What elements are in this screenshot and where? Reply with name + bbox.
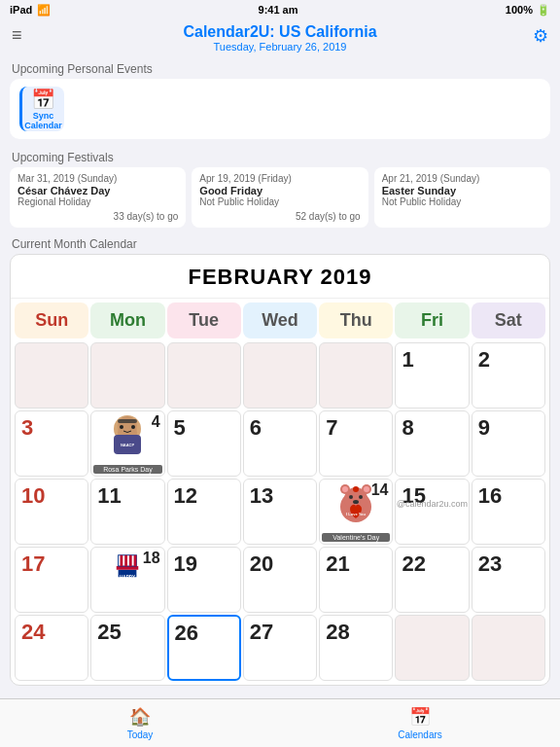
day-num-1: 1 xyxy=(396,343,468,373)
cal-cell-25[interactable]: 25 xyxy=(90,615,164,681)
day-header-wed: Wed xyxy=(243,302,317,338)
rosa-parks-image: NAACP xyxy=(102,411,153,462)
svg-point-13 xyxy=(364,486,369,492)
day-num-4: 4 xyxy=(152,413,160,431)
festival-type-0: Regional Holiday xyxy=(18,196,178,207)
svg-text:NAACP: NAACP xyxy=(121,443,135,447)
cal-cell-5[interactable]: 5 xyxy=(167,410,241,477)
cal-cell-27[interactable]: 27 xyxy=(243,615,317,681)
day-num-11: 11 xyxy=(91,480,163,509)
day-header-sat: Sat xyxy=(472,302,545,338)
svg-rect-20 xyxy=(117,566,139,570)
cal-cell-17[interactable]: 17 xyxy=(15,547,88,613)
svg-point-12 xyxy=(342,486,348,492)
cal-cell-1[interactable]: 1 xyxy=(395,342,469,409)
festival-date-2: Apr 21, 2019 (Sunday) xyxy=(382,173,542,184)
day-num-25: 25 xyxy=(91,616,163,645)
festival-days-0: 33 day(s) to go xyxy=(18,211,178,222)
cal-cell-13[interactable]: 13 xyxy=(243,479,317,545)
cal-cell-empty-3 xyxy=(167,342,241,409)
day-header-mon: Mon xyxy=(90,302,164,338)
day-num-9: 9 xyxy=(472,411,544,441)
festival-card-0[interactable]: Mar 31, 2019 (Sunday) César Chávez Day R… xyxy=(10,167,186,228)
day-num-21: 21 xyxy=(320,548,392,577)
day-num-28: 28 xyxy=(320,616,392,645)
calendar-grid: 1 2 3 NAACP Rosa Parks Day 4 xyxy=(11,340,549,685)
cal-cell-6[interactable]: 6 xyxy=(243,410,317,477)
cal-cell-10[interactable]: 10 xyxy=(15,479,88,545)
cal-cell-11[interactable]: 11 xyxy=(90,479,164,545)
day-num-18: 18 xyxy=(143,550,160,567)
cal-cell-8[interactable]: 8 xyxy=(395,410,469,477)
svg-rect-3 xyxy=(118,419,137,423)
day-num-22: 22 xyxy=(396,548,468,577)
day-num-3: 3 xyxy=(16,411,88,441)
cal-cell-20[interactable]: 20 xyxy=(243,547,317,613)
cal-cell-empty-6 xyxy=(395,615,469,681)
cal-cell-12[interactable]: 12 xyxy=(167,479,241,545)
day-num-24: 24 xyxy=(16,616,88,645)
day-num-8: 8 xyxy=(396,411,468,441)
header-title: Calendar2U: US California xyxy=(39,23,521,41)
tab-calendars[interactable]: 📅 Calendars xyxy=(280,699,560,747)
wifi-icon: 📶 xyxy=(37,4,51,17)
cal-cell-18[interactable]: HAPPY 18 xyxy=(90,547,164,613)
home-icon: 🏠 xyxy=(129,706,151,728)
day-num-14: 14 xyxy=(371,481,389,499)
gear-icon[interactable]: ⚙ xyxy=(533,25,548,47)
tab-today[interactable]: 🏠 Today xyxy=(0,699,280,747)
sync-label-line1: Sync xyxy=(33,111,54,121)
cal-cell-3[interactable]: 3 xyxy=(15,410,88,477)
menu-icon[interactable]: ≡ xyxy=(12,25,22,46)
cal-cell-14[interactable]: I Love You Valentine's Day 14 xyxy=(319,479,393,545)
device-label: iPad xyxy=(10,4,32,16)
cal-cell-15[interactable]: 15 xyxy=(395,479,469,545)
cal-cell-empty-5 xyxy=(319,342,393,409)
day-num-2: 2 xyxy=(472,343,544,373)
svg-point-5 xyxy=(131,425,135,429)
cal-cell-4[interactable]: NAACP Rosa Parks Day 4 xyxy=(90,410,164,477)
cal-cell-19[interactable]: 19 xyxy=(167,547,241,613)
svg-rect-22 xyxy=(121,555,123,566)
rosa-parks-label: Rosa Parks Day xyxy=(93,465,161,474)
cal-cell-9[interactable]: 9 xyxy=(472,410,545,477)
svg-rect-25 xyxy=(134,555,137,566)
day-num-6: 6 xyxy=(244,411,316,441)
status-bar: iPad 📶 9:41 am 100% 🔋 xyxy=(0,0,560,19)
status-left: iPad 📶 xyxy=(10,4,51,17)
festival-card-1[interactable]: Apr 19, 2019 (Friday) Good Friday Not Pu… xyxy=(192,167,368,228)
cal-cell-empty-2 xyxy=(90,342,164,409)
cal-cell-28[interactable]: 28 xyxy=(319,615,393,681)
sync-calendar-button[interactable]: 📅 Sync Calendar xyxy=(19,87,64,131)
cal-cell-empty-7 xyxy=(472,615,545,681)
festival-card-2[interactable]: Apr 21, 2019 (Sunday) Easter Sunday Not … xyxy=(374,167,550,228)
tab-bar: 🏠 Today 📅 Calendars xyxy=(0,698,560,747)
cal-cell-empty-1 xyxy=(15,342,88,409)
day-header-tue: Tue xyxy=(167,302,241,338)
cal-cell-7[interactable]: 7 xyxy=(319,410,393,477)
day-num-5: 5 xyxy=(168,411,240,441)
cal-cell-2[interactable]: 2 xyxy=(472,342,545,409)
cal-cell-23[interactable]: 23 xyxy=(472,547,545,613)
calendars-icon: 📅 xyxy=(409,706,431,728)
cal-cell-24[interactable]: 24 xyxy=(15,615,88,681)
festival-name-2: Easter Sunday xyxy=(382,185,542,196)
month-header: FEBRUARY 2019 xyxy=(11,255,549,299)
day-header-fri: Fri xyxy=(395,302,469,338)
calendar-icon: 📅 xyxy=(31,88,55,111)
calendar-section-label: Current Month Calendar xyxy=(0,233,560,254)
status-right: 100% 🔋 xyxy=(506,4,550,17)
festival-name-1: Good Friday xyxy=(199,185,360,196)
app-header: ≡ Calendar2U: US California Tuesday, Feb… xyxy=(0,19,560,56)
day-header-sun: Sun xyxy=(15,302,88,338)
day-num-17: 17 xyxy=(16,548,88,577)
cal-cell-21[interactable]: 21 xyxy=(319,547,393,613)
day-num-26: 26 xyxy=(169,617,239,646)
day-num-13: 13 xyxy=(244,480,316,509)
cal-cell-22[interactable]: 22 xyxy=(395,547,469,613)
svg-point-18 xyxy=(353,486,359,492)
cal-cell-26[interactable]: 26 xyxy=(167,615,241,681)
day-num-10: 10 xyxy=(16,480,88,509)
sync-label-line2: Calendar xyxy=(24,121,62,130)
cal-cell-16[interactable]: 16 xyxy=(472,479,545,545)
